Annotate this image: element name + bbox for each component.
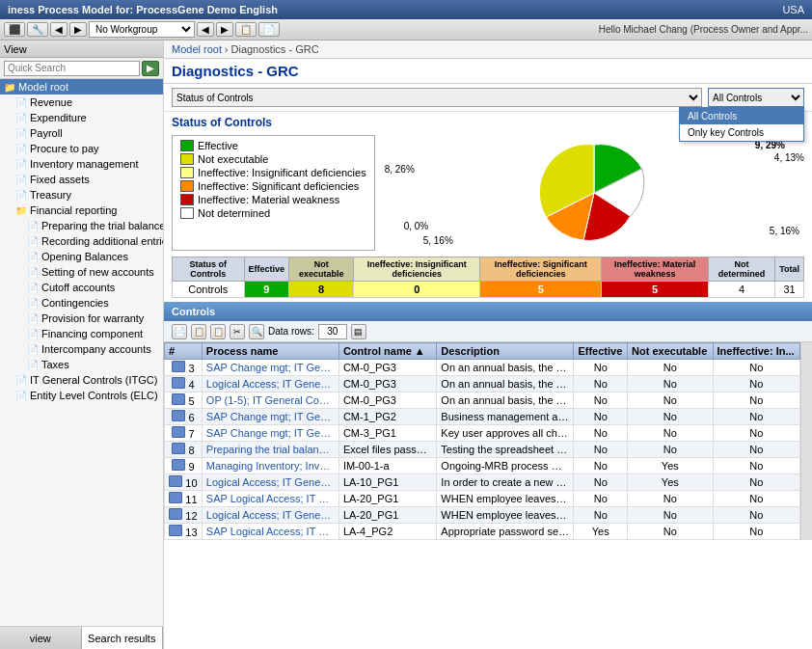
sidebar-item-fixed[interactable]: 📄 Fixed assets	[0, 172, 163, 187]
ctrl-btn-2[interactable]: 📋	[191, 324, 206, 339]
row-effective: No	[574, 474, 628, 491]
sidebar-item-financing[interactable]: 📄 Financing component	[0, 326, 163, 341]
status-dropdown[interactable]: Status of Controls	[172, 88, 702, 107]
breadcrumb-root[interactable]: Model root	[172, 43, 222, 55]
row-control: CM-0_PG3	[338, 376, 436, 392]
doc-icon-12: 📄	[27, 283, 39, 293]
toolbar-btn-8[interactable]: 📄	[258, 22, 280, 37]
ctrl-btn-5[interactable]: 🔍	[249, 324, 264, 339]
sidebar-label-financial: Financial reporting	[30, 204, 118, 216]
legend-not-exec-label: Not executable	[198, 153, 268, 165]
sidebar-label-trial: Preparing the trial balance	[41, 220, 163, 231]
tree-item-model-root[interactable]: 📁 Model root	[0, 79, 163, 95]
sidebar-item-recording[interactable]: 📄 Recording additional entries	[0, 233, 163, 249]
doc-icon-14: 📄	[27, 313, 39, 324]
row-not-exec: No	[628, 425, 714, 442]
toolbar-btn-3[interactable]: ◀	[50, 22, 68, 37]
controls-filter-select[interactable]: All Controls Only key Controls	[708, 88, 804, 107]
row-process: OP (1-5); IT General Contro...	[202, 392, 338, 409]
sidebar-item-setting[interactable]: 📄 Setting of new accounts	[0, 264, 163, 280]
toolbar-btn-6[interactable]: ▶	[216, 22, 233, 37]
row-process: Logical Access; IT General ...	[202, 507, 338, 524]
sidebar-item-trial[interactable]: 📄 Preparing the trial balance	[0, 218, 163, 233]
sidebar-label-provision: Provision for warranty	[41, 312, 144, 324]
content-area: Model root › Diagnostics - GRC Diagnosti…	[164, 41, 812, 649]
row-process: SAP Change mgt; IT Genera...	[202, 360, 338, 376]
quick-search-bar: ▶	[0, 58, 163, 79]
toolbar-btn-4[interactable]: ▶	[69, 22, 87, 37]
sidebar-label-recording: Recording additional entries	[41, 235, 163, 247]
row-effective: No	[574, 507, 628, 524]
sidebar-item-elc[interactable]: 📄 Entity Level Controls (ELC)	[0, 388, 163, 403]
row-ineffective: No	[713, 491, 799, 507]
sidebar-item-taxes[interactable]: 📄 Taxes	[0, 357, 163, 372]
sidebar-item-financial[interactable]: 📁 Financial reporting	[0, 203, 163, 218]
sidebar-item-itgc[interactable]: 📄 IT General Controls (ITGC)	[0, 372, 163, 388]
toolbar-btn-1[interactable]: ⬛	[4, 22, 25, 37]
scrollbar[interactable]	[800, 342, 812, 540]
sidebar-item-treasury[interactable]: 📄 Treasury	[0, 187, 163, 203]
sidebar-item-payroll[interactable]: 📄 Payroll	[0, 125, 163, 141]
sidebar-label-revenue: Revenue	[30, 96, 72, 108]
table-row[interactable]: 12 Logical Access; IT General ... LA-20_…	[165, 507, 800, 524]
ctrl-btn-3[interactable]: 📋	[210, 324, 226, 339]
row-num: 10	[165, 474, 203, 491]
row-ineffective: No	[713, 458, 799, 474]
sidebar-item-intercompany[interactable]: 📄 Intercompany accounts	[0, 341, 163, 357]
sidebar-label-inventory: Inventory management	[30, 158, 139, 170]
row-control: CM-0_PG3	[338, 360, 436, 376]
sidebar-item-provision[interactable]: 📄 Provision for warranty	[0, 311, 163, 326]
toolbar-btn-7[interactable]: 📋	[235, 22, 257, 37]
th-signif: Ineffective: Significant deficiencies	[480, 257, 602, 282]
tree-area: 📁 Model root 📄 Revenue 📄 Expenditure 📄 P…	[0, 79, 163, 626]
status-dropdown-bar: Status of Controls All Controls Only key…	[164, 84, 812, 112]
table-row[interactable]: 8 Preparing the trial balance; ... Excel…	[165, 442, 800, 458]
data-rows-input[interactable]	[318, 324, 347, 339]
table-row[interactable]: 9 Managing Inventory; Invent... IM-00-1-…	[165, 458, 800, 474]
table-row[interactable]: 3 SAP Change mgt; IT Genera... CM-0_PG3 …	[165, 360, 800, 376]
breadcrumb: Model root › Diagnostics - GRC	[164, 41, 812, 59]
toolbar-btn-5[interactable]: ◀	[197, 22, 214, 37]
table-row[interactable]: 10 Logical Access; IT General ... LA-10_…	[165, 474, 800, 491]
sidebar-item-opening[interactable]: 📄 Opening Balances	[0, 249, 163, 264]
row-process: Managing Inventory; Invent...	[202, 458, 338, 474]
quick-search-button[interactable]: ▶	[142, 61, 159, 76]
sidebar-item-revenue[interactable]: 📄 Revenue	[0, 95, 163, 110]
row-process: SAP Logical Access; IT Gene...	[202, 491, 338, 507]
filter-option-key[interactable]: Only key Controls	[680, 124, 803, 141]
tab-search-label: Search results	[88, 633, 155, 644]
sidebar-item-inventory[interactable]: 📄 Inventory management	[0, 156, 163, 172]
row-effective: No	[574, 458, 628, 474]
table-row[interactable]: 11 SAP Logical Access; IT Gene... LA-20_…	[165, 491, 800, 507]
ctrl-btn-1[interactable]: 📄	[172, 324, 187, 339]
table-row[interactable]: 5 OP (1-5); IT General Contro... CM-0_PG…	[165, 392, 800, 409]
row-num: 9	[165, 458, 203, 474]
sidebar-item-expenditure[interactable]: 📄 Expenditure	[0, 110, 163, 125]
filter-option-all[interactable]: All Controls	[680, 108, 803, 124]
doc-icon-19: 📄	[15, 391, 27, 401]
toolbar-btn-2[interactable]: 🔧	[27, 22, 48, 37]
tab-search-results[interactable]: Search results	[82, 627, 164, 649]
ctrl-btn-4[interactable]: ✂	[230, 324, 245, 339]
ctrl-btn-6[interactable]: ▤	[351, 324, 366, 339]
sidebar-item-procure[interactable]: 📄 Procure to pay	[0, 141, 163, 156]
legend-not-exec: Not executable	[180, 153, 366, 165]
th-ineffective-col: Ineffective: In...	[713, 343, 799, 360]
tab-view[interactable]: view	[0, 627, 82, 649]
table-row[interactable]: 13 SAP Logical Access; IT Gene... LA-4_P…	[165, 524, 800, 540]
table-row[interactable]: 6 SAP Change mgt; IT Genera... CM-1_PG2 …	[165, 409, 800, 425]
row-ineffective: No	[713, 376, 799, 392]
sidebar-item-cutoff[interactable]: 📄 Cutoff accounts	[0, 280, 163, 295]
tab-view-label: view	[30, 633, 51, 644]
swatch-not-det	[180, 207, 194, 219]
doc-icon-16: 📄	[27, 344, 39, 355]
sidebar-item-contingencies[interactable]: 📄 Contingencies	[0, 295, 163, 311]
doc-icon-2: 📄	[15, 113, 27, 123]
chart-legend-area: Effective Not executable Ineffective: In…	[172, 135, 804, 251]
table-row[interactable]: 4 Logical Access; IT General ... CM-0_PG…	[165, 376, 800, 392]
workgroup-select[interactable]: No Workgroup	[89, 21, 195, 38]
table-row[interactable]: 7 SAP Change mgt; IT Genera... CM-3_PG1 …	[165, 425, 800, 442]
row-ineffective: No	[713, 425, 799, 442]
main-toolbar: ⬛ 🔧 ◀ ▶ No Workgroup ◀ ▶ 📋 📄 Hello Micha…	[0, 19, 812, 41]
quick-search-input[interactable]	[4, 61, 140, 76]
